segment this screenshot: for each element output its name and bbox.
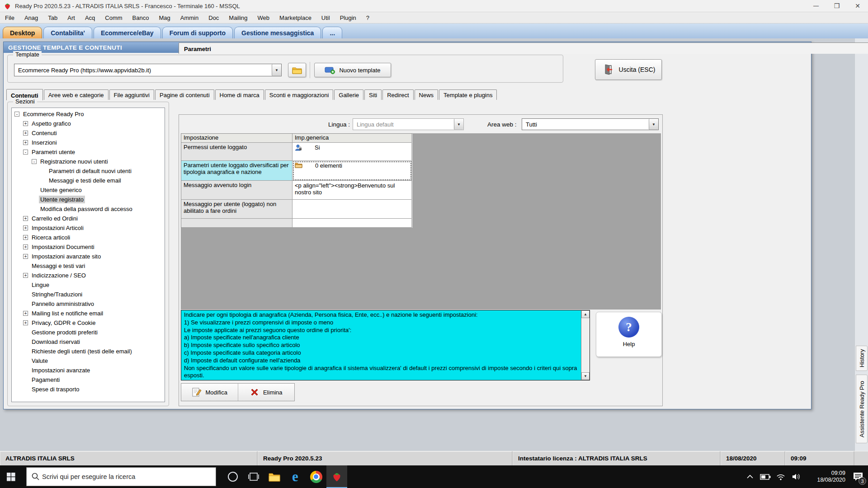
chrome-button[interactable]	[306, 465, 326, 488]
menu-item-doc[interactable]: Doc	[203, 12, 224, 23]
menu-item-file[interactable]: File	[0, 12, 19, 23]
tree-item[interactable]: Pannello amministrativo	[12, 299, 165, 309]
edge-button[interactable]: e	[285, 465, 306, 488]
tree-item[interactable]: +Contenuti	[12, 128, 165, 138]
tree-item[interactable]: Gestione prodotti preferiti	[12, 328, 165, 337]
content-tab[interactable]: Redirect	[382, 89, 413, 100]
setting-value-cell[interactable]: 0 elementi	[292, 161, 412, 181]
content-tab[interactable]: Home di marca	[215, 89, 264, 100]
tree-item[interactable]: +Aspetto grafico	[12, 119, 165, 128]
template-select[interactable]: Ecommerce Ready Pro (https://www.appvida…	[14, 64, 282, 76]
app-tab[interactable]: Forum di supporto	[162, 27, 233, 38]
menu-item-web[interactable]: Web	[253, 12, 275, 23]
menu-item-banco[interactable]: Banco	[127, 12, 154, 23]
scroll-up-icon[interactable]: ▲	[581, 310, 590, 318]
tree-item[interactable]: Download riservati	[12, 337, 165, 347]
menu-item-plugin[interactable]: Plugin	[335, 12, 361, 23]
search-input[interactable]: Scrivi qui per eseguire la ricerca	[26, 467, 216, 486]
elimina-button[interactable]: Elimina	[238, 384, 295, 401]
modifica-button[interactable]: Modifica	[181, 384, 238, 401]
setting-value-cell[interactable]	[292, 219, 412, 228]
tree-item[interactable]: +Indicizzazione / SEO	[12, 271, 165, 280]
setting-value-cell[interactable]	[292, 200, 412, 219]
tree-item[interactable]: -Ecommerce Ready Pro	[12, 109, 165, 119]
setting-label-cell[interactable]: Parametri utente loggato diversificati p…	[181, 161, 292, 181]
app-tab[interactable]: Gestione messaggistica	[234, 27, 321, 38]
content-tab[interactable]: Pagine di contenuti	[155, 89, 214, 100]
menu-item-comm[interactable]: Comm	[100, 12, 127, 23]
content-tab[interactable]: Aree web e categorie	[44, 89, 108, 100]
tree-item[interactable]: +Impostazioni Articoli	[12, 223, 165, 233]
menu-item-art[interactable]: Art	[62, 12, 80, 23]
expand-icon[interactable]: +	[23, 121, 28, 126]
uscita-esc-button[interactable]: Uscita (ESC)	[595, 59, 662, 80]
expand-icon[interactable]: +	[23, 320, 28, 325]
setting-label-cell[interactable]	[181, 219, 292, 228]
menu-item-anag[interactable]: Anag	[19, 12, 43, 23]
tree-item[interactable]: +Impostazioni Documenti	[12, 242, 165, 252]
app-tab[interactable]: Contabilita'	[43, 27, 92, 38]
chevron-down-icon[interactable]: ▼	[454, 119, 463, 130]
tree-item[interactable]: +Carrello ed Ordini	[12, 214, 165, 223]
tree-item[interactable]: Impostazioni avanzate	[12, 366, 165, 375]
maximize-icon[interactable]: ❒	[826, 0, 847, 12]
expand-icon[interactable]: +	[23, 235, 28, 240]
task-view-button[interactable]	[243, 465, 264, 488]
tree-item[interactable]: Parametri di default nuovi utenti	[12, 166, 165, 176]
expand-icon[interactable]: +	[23, 254, 28, 259]
content-tab[interactable]: Gallerie	[334, 89, 363, 100]
info-scrollbar[interactable]: ▲ ▼	[581, 310, 590, 380]
area-web-select[interactable]: Tutti ▼	[522, 118, 659, 130]
lingua-select[interactable]: Lingua default ▼	[353, 118, 464, 130]
close-icon[interactable]: ✕	[847, 0, 868, 12]
collapse-icon[interactable]: -	[23, 150, 28, 155]
expand-icon[interactable]: +	[23, 244, 28, 249]
tray-clock[interactable]: 09:09 18/08/2020	[804, 470, 845, 483]
tree-item[interactable]: Stringhe/Traduzioni	[12, 290, 165, 299]
tree-item[interactable]: +Ricerca articoli	[12, 233, 165, 242]
menu-item-mailing[interactable]: Mailing	[224, 12, 252, 23]
menu-item-acq[interactable]: Acq	[80, 12, 100, 23]
tree-item[interactable]: +Privacy, GDPR e Cookie	[12, 318, 165, 328]
collapse-icon[interactable]: -	[32, 159, 37, 164]
content-tab[interactable]: File aggiuntivi	[109, 89, 155, 100]
tree-item[interactable]: Lingue	[12, 280, 165, 290]
speaker-icon[interactable]	[788, 465, 804, 488]
menu-item-marketplace[interactable]: Marketplace	[274, 12, 316, 23]
chevron-down-icon[interactable]: ▼	[649, 119, 658, 130]
tree-item[interactable]: Modifica della password di accesso	[12, 204, 165, 214]
setting-label-cell[interactable]: Permessi utente loggato	[181, 143, 292, 161]
help-button[interactable]: ? Help	[596, 312, 662, 357]
tree-item[interactable]: Messaggi e testi vari	[12, 261, 165, 271]
expand-icon[interactable]: +	[23, 140, 28, 145]
tree-item[interactable]: Spese di trasporto	[12, 385, 165, 394]
tree-item[interactable]: Valute	[12, 356, 165, 366]
tree-item[interactable]: +Impostazioni avanzate sito	[12, 252, 165, 261]
open-template-folder-button[interactable]	[288, 63, 306, 77]
tree-item[interactable]: +Inserzioni	[12, 138, 165, 147]
setting-value-cell[interactable]: <p align="left"><strong>Benvenuto sul no…	[292, 181, 412, 200]
expand-icon[interactable]: +	[23, 311, 28, 316]
collapse-icon[interactable]: -	[14, 112, 19, 117]
tray-expand-chevron-icon[interactable]	[742, 465, 758, 488]
assistente-vertical-tab[interactable]: Assistente Ready Pro	[856, 375, 868, 443]
start-button[interactable]	[0, 465, 22, 488]
cortana-button[interactable]	[222, 465, 243, 488]
chevron-down-icon[interactable]: ▼	[272, 64, 281, 76]
file-explorer-button[interactable]	[264, 465, 285, 488]
tree-item[interactable]: Messaggi e testi delle email	[12, 176, 165, 185]
tree-item[interactable]: Utente registrato	[12, 195, 165, 204]
app-tab[interactable]: ...	[322, 27, 342, 38]
menu-item-util[interactable]: Util	[316, 12, 335, 23]
setting-label-cell[interactable]: Messaggio avvenuto login	[181, 181, 292, 200]
setting-value-cell[interactable]: Si	[292, 143, 412, 161]
nuovo-template-button[interactable]: Nuovo template	[314, 63, 391, 77]
battery-icon[interactable]	[758, 465, 773, 488]
readypro-taskbar-button[interactable]	[326, 465, 347, 488]
app-tab[interactable]: Ecommerce/eBay	[94, 27, 161, 38]
tree-item[interactable]: +Mailing list e notifiche email	[12, 309, 165, 318]
tab-parametri[interactable]: Parametri	[179, 42, 868, 54]
tree-item[interactable]: Richieste degli utenti (testi delle emai…	[12, 347, 165, 356]
content-tab[interactable]: Sconti e maggiorazioni	[265, 89, 334, 100]
tree-item[interactable]: -Registrazione nuovi utenti	[12, 157, 165, 166]
